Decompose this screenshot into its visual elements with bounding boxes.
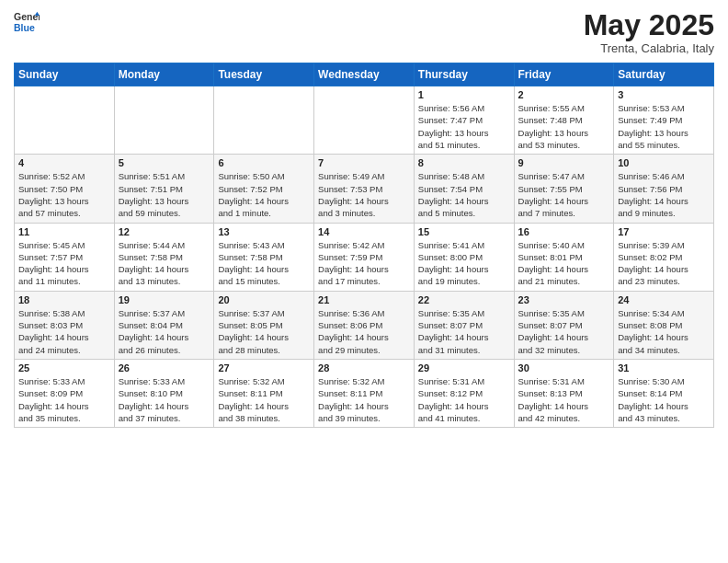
day-number: 25 xyxy=(18,362,110,373)
calendar-title: May 2025 xyxy=(584,9,714,41)
day-detail: Sunrise: 5:38 AM Sunset: 8:03 PM Dayligh… xyxy=(18,307,110,356)
day-number: 1 xyxy=(418,89,510,100)
day-number: 2 xyxy=(518,89,610,100)
calendar-week-row: 18Sunrise: 5:38 AM Sunset: 8:03 PM Dayli… xyxy=(15,291,714,359)
day-detail: Sunrise: 5:46 AM Sunset: 7:56 PM Dayligh… xyxy=(618,170,710,219)
day-detail: Sunrise: 5:51 AM Sunset: 7:51 PM Dayligh… xyxy=(119,170,210,219)
day-detail: Sunrise: 5:41 AM Sunset: 8:00 PM Dayligh… xyxy=(418,239,510,288)
day-detail: Sunrise: 5:31 AM Sunset: 8:13 PM Dayligh… xyxy=(518,375,610,424)
table-row: 31Sunrise: 5:30 AM Sunset: 8:14 PM Dayli… xyxy=(614,359,714,427)
calendar-week-row: 4Sunrise: 5:52 AM Sunset: 7:50 PM Daylig… xyxy=(15,155,714,223)
day-number: 15 xyxy=(418,226,510,237)
day-number: 20 xyxy=(218,294,310,305)
table-row: 16Sunrise: 5:40 AM Sunset: 8:01 PM Dayli… xyxy=(514,223,614,291)
table-row: 11Sunrise: 5:45 AM Sunset: 7:57 PM Dayli… xyxy=(15,223,115,291)
day-detail: Sunrise: 5:30 AM Sunset: 8:14 PM Dayligh… xyxy=(618,375,710,424)
table-row: 13Sunrise: 5:43 AM Sunset: 7:58 PM Dayli… xyxy=(214,223,314,291)
table-row: 3Sunrise: 5:53 AM Sunset: 7:49 PM Daylig… xyxy=(614,86,714,155)
table-row xyxy=(15,86,115,155)
day-number: 22 xyxy=(418,294,510,305)
header: General Blue May 2025 Trenta, Calabria, … xyxy=(14,9,714,55)
day-number: 10 xyxy=(618,157,710,168)
day-detail: Sunrise: 5:36 AM Sunset: 8:06 PM Dayligh… xyxy=(318,307,410,356)
table-row: 14Sunrise: 5:42 AM Sunset: 7:59 PM Dayli… xyxy=(314,223,415,291)
table-row: 7Sunrise: 5:49 AM Sunset: 7:53 PM Daylig… xyxy=(314,155,415,223)
day-detail: Sunrise: 5:33 AM Sunset: 8:10 PM Dayligh… xyxy=(119,375,210,424)
day-number: 27 xyxy=(218,362,310,373)
calendar-week-row: 1Sunrise: 5:56 AM Sunset: 7:47 PM Daylig… xyxy=(15,86,714,155)
calendar-week-row: 25Sunrise: 5:33 AM Sunset: 8:09 PM Dayli… xyxy=(15,359,714,427)
table-row: 23Sunrise: 5:35 AM Sunset: 8:07 PM Dayli… xyxy=(514,291,614,359)
weekday-header-row: Sunday Monday Tuesday Wednesday Thursday… xyxy=(15,63,714,86)
day-number: 30 xyxy=(518,362,610,373)
day-detail: Sunrise: 5:50 AM Sunset: 7:52 PM Dayligh… xyxy=(218,170,310,219)
day-detail: Sunrise: 5:56 AM Sunset: 7:47 PM Dayligh… xyxy=(418,102,510,151)
calendar-week-row: 11Sunrise: 5:45 AM Sunset: 7:57 PM Dayli… xyxy=(15,223,714,291)
day-detail: Sunrise: 5:32 AM Sunset: 8:11 PM Dayligh… xyxy=(218,375,310,424)
day-number: 5 xyxy=(119,157,210,168)
table-row: 12Sunrise: 5:44 AM Sunset: 7:58 PM Dayli… xyxy=(114,223,214,291)
table-row: 17Sunrise: 5:39 AM Sunset: 8:02 PM Dayli… xyxy=(614,223,714,291)
day-detail: Sunrise: 5:42 AM Sunset: 7:59 PM Dayligh… xyxy=(318,239,410,288)
day-number: 16 xyxy=(518,226,610,237)
table-row: 20Sunrise: 5:37 AM Sunset: 8:05 PM Dayli… xyxy=(214,291,314,359)
table-row: 19Sunrise: 5:37 AM Sunset: 8:04 PM Dayli… xyxy=(114,291,214,359)
day-number: 17 xyxy=(618,226,710,237)
day-detail: Sunrise: 5:31 AM Sunset: 8:12 PM Dayligh… xyxy=(418,375,510,424)
day-number: 31 xyxy=(618,362,710,373)
table-row: 1Sunrise: 5:56 AM Sunset: 7:47 PM Daylig… xyxy=(414,86,514,155)
table-row: 28Sunrise: 5:32 AM Sunset: 8:11 PM Dayli… xyxy=(314,359,415,427)
header-tuesday: Tuesday xyxy=(214,63,314,86)
day-detail: Sunrise: 5:44 AM Sunset: 7:58 PM Dayligh… xyxy=(119,239,210,288)
day-detail: Sunrise: 5:45 AM Sunset: 7:57 PM Dayligh… xyxy=(18,239,110,288)
table-row: 27Sunrise: 5:32 AM Sunset: 8:11 PM Dayli… xyxy=(214,359,314,427)
day-detail: Sunrise: 5:47 AM Sunset: 7:55 PM Dayligh… xyxy=(518,170,610,219)
day-detail: Sunrise: 5:55 AM Sunset: 7:48 PM Dayligh… xyxy=(518,102,610,151)
day-detail: Sunrise: 5:43 AM Sunset: 7:58 PM Dayligh… xyxy=(218,239,310,288)
day-detail: Sunrise: 5:49 AM Sunset: 7:53 PM Dayligh… xyxy=(318,170,410,219)
table-row: 22Sunrise: 5:35 AM Sunset: 8:07 PM Dayli… xyxy=(414,291,514,359)
day-detail: Sunrise: 5:48 AM Sunset: 7:54 PM Dayligh… xyxy=(418,170,510,219)
page: General Blue May 2025 Trenta, Calabria, … xyxy=(0,0,728,563)
table-row: 18Sunrise: 5:38 AM Sunset: 8:03 PM Dayli… xyxy=(15,291,115,359)
day-number: 19 xyxy=(119,294,210,305)
day-number: 23 xyxy=(518,294,610,305)
table-row: 25Sunrise: 5:33 AM Sunset: 8:09 PM Dayli… xyxy=(15,359,115,427)
header-sunday: Sunday xyxy=(15,63,115,86)
day-number: 11 xyxy=(18,226,110,237)
day-number: 18 xyxy=(18,294,110,305)
logo: General Blue xyxy=(14,9,40,35)
day-detail: Sunrise: 5:35 AM Sunset: 8:07 PM Dayligh… xyxy=(418,307,510,356)
day-number: 12 xyxy=(119,226,210,237)
day-number: 29 xyxy=(418,362,510,373)
logo-icon: General Blue xyxy=(14,9,40,35)
day-detail: Sunrise: 5:34 AM Sunset: 8:08 PM Dayligh… xyxy=(618,307,710,356)
day-number: 6 xyxy=(218,157,310,168)
day-number: 26 xyxy=(119,362,210,373)
day-detail: Sunrise: 5:37 AM Sunset: 8:04 PM Dayligh… xyxy=(119,307,210,356)
table-row xyxy=(214,86,314,155)
header-friday: Friday xyxy=(514,63,614,86)
day-detail: Sunrise: 5:40 AM Sunset: 8:01 PM Dayligh… xyxy=(518,239,610,288)
table-row: 30Sunrise: 5:31 AM Sunset: 8:13 PM Dayli… xyxy=(514,359,614,427)
day-detail: Sunrise: 5:53 AM Sunset: 7:49 PM Dayligh… xyxy=(618,102,710,151)
header-wednesday: Wednesday xyxy=(314,63,415,86)
day-number: 8 xyxy=(418,157,510,168)
calendar-table: Sunday Monday Tuesday Wednesday Thursday… xyxy=(14,63,714,428)
table-row xyxy=(114,86,214,155)
table-row: 29Sunrise: 5:31 AM Sunset: 8:12 PM Dayli… xyxy=(414,359,514,427)
table-row xyxy=(314,86,415,155)
title-block: May 2025 Trenta, Calabria, Italy xyxy=(584,9,714,55)
table-row: 4Sunrise: 5:52 AM Sunset: 7:50 PM Daylig… xyxy=(15,155,115,223)
day-number: 9 xyxy=(518,157,610,168)
table-row: 21Sunrise: 5:36 AM Sunset: 8:06 PM Dayli… xyxy=(314,291,415,359)
table-row: 5Sunrise: 5:51 AM Sunset: 7:51 PM Daylig… xyxy=(114,155,214,223)
day-number: 24 xyxy=(618,294,710,305)
day-number: 7 xyxy=(318,157,410,168)
table-row: 8Sunrise: 5:48 AM Sunset: 7:54 PM Daylig… xyxy=(414,155,514,223)
day-detail: Sunrise: 5:35 AM Sunset: 8:07 PM Dayligh… xyxy=(518,307,610,356)
header-thursday: Thursday xyxy=(414,63,514,86)
table-row: 9Sunrise: 5:47 AM Sunset: 7:55 PM Daylig… xyxy=(514,155,614,223)
day-detail: Sunrise: 5:32 AM Sunset: 8:11 PM Dayligh… xyxy=(318,375,410,424)
svg-text:Blue: Blue xyxy=(14,22,35,33)
